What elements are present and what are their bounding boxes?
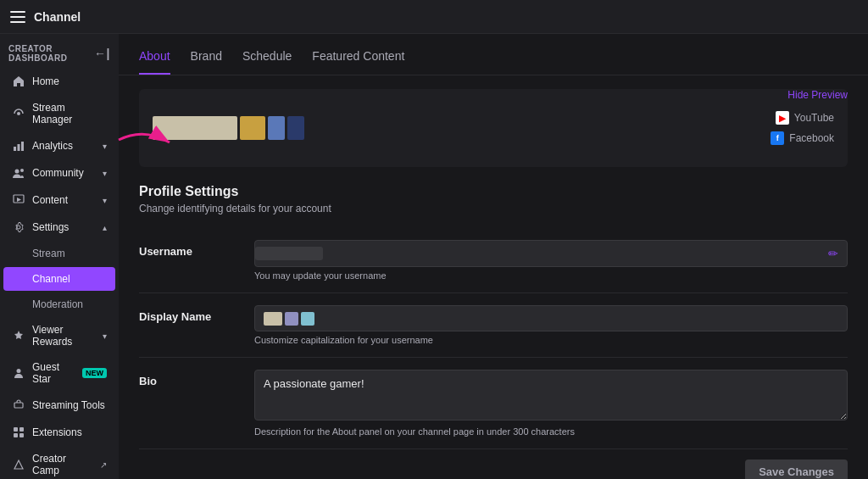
bio-content: Description for the About panel on your … <box>254 370 848 437</box>
content-chevron: ▾ <box>103 196 107 205</box>
profile-settings-section: Profile Settings Change identifying deta… <box>139 184 848 479</box>
profile-settings-title: Profile Settings <box>139 184 848 199</box>
username-input-wrapper: ✏ <box>254 240 848 267</box>
username-content: ✏ You may update your username <box>254 240 848 281</box>
username-field: Username ✏ You may update your username <box>139 228 848 293</box>
content-area: About Brand Schedule Featured Content Hi… <box>119 34 868 479</box>
sidebar-item-settings[interactable]: Settings ▴ <box>3 214 115 240</box>
rewards-icon <box>12 329 25 343</box>
sidebar-item-viewer-rewards[interactable]: Viewer Rewards ▾ <box>3 318 115 354</box>
sidebar: CREATOR DASHBOARD ←| Home Stream Manager… <box>0 34 119 479</box>
guest-icon <box>12 366 25 380</box>
svg-rect-1 <box>14 147 16 151</box>
svg-point-0 <box>17 112 20 115</box>
community-icon <box>12 166 25 180</box>
hide-preview-button[interactable]: Hide Preview <box>787 89 848 101</box>
preview-section: ▶ YouTube f Facebook <box>139 89 848 167</box>
svg-rect-8 <box>14 403 23 408</box>
camp-icon <box>12 458 25 471</box>
svg-rect-10 <box>19 427 24 432</box>
preview-graphic <box>153 103 305 153</box>
facebook-icon: f <box>771 131 784 145</box>
creator-camp-external-icon: ↗ <box>100 460 107 470</box>
username-placeholder-block <box>255 247 323 260</box>
save-changes-button[interactable]: Save Changes <box>745 460 848 479</box>
ext-icon <box>12 426 25 439</box>
username-edit-button[interactable]: ✏ <box>820 241 847 266</box>
sidebar-item-content[interactable]: Content ▾ <box>3 187 115 213</box>
preview-section-wrapper: Hide Preview ▶ You <box>139 89 848 167</box>
tabs-bar: About Brand Schedule Featured Content <box>119 34 868 75</box>
username-input[interactable] <box>323 242 820 266</box>
sidebar-item-guest-star[interactable]: Guest Star NEW <box>3 355 115 391</box>
content-inner: Hide Preview ▶ You <box>119 75 868 479</box>
svg-point-4 <box>15 170 19 174</box>
username-label: Username <box>139 240 241 258</box>
sidebar-item-extensions[interactable]: Extensions <box>3 420 115 445</box>
svg-rect-12 <box>19 433 24 437</box>
social-youtube: ▶ YouTube <box>776 111 834 125</box>
display-name-input-wrapper <box>254 305 848 331</box>
home-icon <box>12 75 25 88</box>
main-layout: CREATOR DASHBOARD ←| Home Stream Manager… <box>0 34 868 479</box>
tools-icon <box>12 398 25 412</box>
tab-brand[interactable]: Brand <box>191 49 222 75</box>
svg-rect-9 <box>14 427 18 432</box>
sidebar-item-channel[interactable]: Channel <box>3 267 115 291</box>
tab-featured-content[interactable]: Featured Content <box>312 49 404 75</box>
display-name-label: Display Name <box>139 305 241 323</box>
tab-schedule[interactable]: Schedule <box>242 49 292 75</box>
svg-rect-2 <box>18 144 20 151</box>
window-title: Channel <box>34 10 81 24</box>
sidebar-section-header: CREATOR DASHBOARD ←| <box>0 34 119 68</box>
collapse-sidebar-icon[interactable]: ←| <box>94 47 110 60</box>
display-name-hint: Customize capitalization for your userna… <box>254 335 848 345</box>
username-hint: You may update your username <box>254 270 848 281</box>
tab-about[interactable]: About <box>139 49 170 75</box>
display-name-input[interactable] <box>323 306 847 331</box>
community-chevron: ▾ <box>103 169 107 178</box>
sidebar-item-stream-manager[interactable]: Stream Manager <box>3 96 115 131</box>
display-name-field: Display Name Customize capitalization fo… <box>139 293 848 358</box>
analytics-chevron: ▾ <box>103 142 107 151</box>
sidebar-item-creator-camp[interactable]: Creator Camp ↗ <box>3 447 115 479</box>
analytics-icon <box>12 139 25 153</box>
settings-icon <box>12 220 25 234</box>
new-badge: NEW <box>82 368 107 378</box>
bio-field: Bio Description for the About panel on y… <box>139 358 848 449</box>
youtube-icon: ▶ <box>776 111 789 125</box>
sidebar-item-home[interactable]: Home <box>3 69 115 94</box>
sidebar-item-analytics[interactable]: Analytics ▾ <box>3 133 115 159</box>
social-facebook: f Facebook <box>771 131 834 145</box>
svg-rect-11 <box>14 433 18 437</box>
save-row: Save Changes <box>139 449 848 479</box>
profile-settings-subtitle: Change identifying details for your acco… <box>139 203 848 214</box>
content-icon <box>12 193 25 207</box>
bio-textarea[interactable] <box>254 370 848 421</box>
sidebar-item-streaming-tools[interactable]: Streaming Tools <box>3 393 115 418</box>
svg-point-5 <box>20 169 24 172</box>
sidebar-item-moderation[interactable]: Moderation <box>3 292 115 316</box>
sidebar-item-community[interactable]: Community ▾ <box>3 160 115 186</box>
title-bar: Channel <box>0 0 868 34</box>
viewer-rewards-chevron: ▾ <box>103 331 107 341</box>
svg-rect-3 <box>21 142 24 151</box>
svg-point-7 <box>17 369 21 373</box>
preview-social: ▶ YouTube f Facebook <box>771 111 834 145</box>
bio-hint: Description for the About panel on your … <box>254 426 848 437</box>
settings-chevron: ▴ <box>103 223 107 232</box>
sidebar-item-stream[interactable]: Stream <box>3 242 115 265</box>
bio-label: Bio <box>139 370 241 387</box>
menu-icon[interactable] <box>10 11 25 23</box>
display-name-content: Customize capitalization for your userna… <box>254 305 848 345</box>
stream-icon <box>12 107 25 120</box>
